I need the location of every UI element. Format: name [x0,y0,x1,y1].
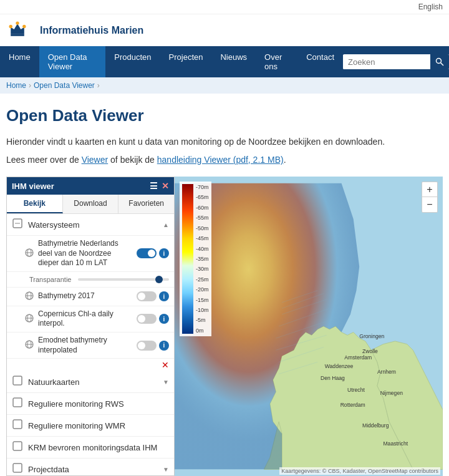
layer-text-emodnet: Emodnet bathymetry interpolated [38,336,134,355]
group-header-wmr[interactable]: Reguliere monitoring WMR [7,415,174,437]
layer-globe-icon [24,248,34,260]
group-icon-rws [12,397,23,410]
group-icon-natuurkaarten [12,375,23,389]
svg-rect-21 [13,376,22,385]
group-header-rws[interactable]: Reguliere monitoring RWS [7,393,174,415]
svg-marker-1 [11,24,24,34]
legend-label-3: -55m [196,215,209,221]
nav-open-data-viewer[interactable]: Open Data Viewer [39,46,106,77]
layer-globe-icon-4 [24,339,34,351]
language-selector[interactable]: English [418,2,443,11]
legend-label-13: -5m [196,317,209,323]
breadcrumb-sep1: › [29,81,31,90]
svg-point-4 [22,25,26,28]
close-emodnet-icon[interactable]: ✕ [162,360,169,370]
legend-label-2: -60m [196,205,209,211]
page-links: Lees meer over de Viewer of bekijk de ha… [6,153,443,167]
zoom-out-button[interactable]: − [422,197,437,212]
layer-globe-icon-3 [24,313,34,325]
layer-controls-bathymetry2017: i [137,291,169,301]
link-pre: Lees meer over de [6,155,82,165]
info-emodnet[interactable]: i [159,341,169,351]
header: Informatiehuis Marien [0,14,449,46]
legend: -70m -65m -60m -55m -50m -45m -40m -35m … [180,182,211,336]
group-header-natuurkaarten[interactable]: Natuurkaarten ▼ [7,371,174,393]
legend-label-0: -70m [196,184,209,190]
chevron-down-icon-project: ▼ [163,466,169,473]
tab-download[interactable]: Download [63,195,119,213]
breadcrumb-viewer[interactable]: Open Data Viewer [34,81,95,90]
toggle-bathymetrie[interactable] [137,248,157,258]
svg-text:Maastricht: Maastricht [383,440,408,447]
svg-text:Zwolle: Zwolle [362,348,378,354]
search-input[interactable] [343,55,430,69]
legend-label-4: -50m [196,225,209,231]
svg-text:Nijmegen: Nijmegen [380,390,403,396]
layer-item-emodnet: Emodnet bathymetry interpolated i [7,333,174,359]
transparency-slider[interactable] [78,278,169,281]
logo [6,18,29,42]
map-area[interactable]: -70m -65m -60m -55m -50m -45m -40m -35m … [175,177,443,476]
close-icon[interactable]: ✕ [162,181,169,191]
map-attribution: Kaartgegevens: © CBS, Kadaster, OpenStre… [279,467,440,475]
map-controls: + − [422,182,438,213]
toggle-emodnet[interactable] [137,341,157,351]
chevron-up-icon: ▲ [163,221,169,228]
group-header-watersysteem[interactable]: Watersysteem ▲ [7,214,174,236]
svg-text:Utrecht: Utrecht [347,387,365,393]
info-bathymetrie[interactable]: i [159,248,169,258]
minimize-icon[interactable]: ☰ [150,181,158,191]
legend-label-7: -35m [196,256,209,262]
toggle-copernicus[interactable] [137,314,157,324]
info-copernicus[interactable]: i [159,314,169,324]
search-button[interactable] [430,54,449,69]
svg-rect-22 [13,398,22,407]
search-box[interactable] [343,54,449,69]
viewer-panel: IHM viewer ☰ ✕ Bekijk Download Favoriete… [6,177,175,476]
svg-text:Middelburg: Middelburg [362,422,389,429]
link-viewer[interactable]: Viewer [82,155,109,165]
link-mid: of bekijk de [108,155,157,165]
group-header-krm[interactable]: KRM bevroren monitoringsdata IHM [7,437,174,459]
top-bar: English [0,0,449,14]
layer-controls-emodnet: i [137,341,169,351]
breadcrumb-home[interactable]: Home [6,81,26,90]
group-label-wmr: Reguliere monitoring WMR [28,421,125,430]
breadcrumb-sep2: › [97,81,100,90]
tab-bekijk[interactable]: Bekijk [7,195,63,213]
legend-row: -70m -65m -60m -55m -50m -45m -40m -35m … [182,184,209,334]
nav-projecten[interactable]: Projecten [160,46,212,77]
group-icon-projectdata [12,462,23,475]
group-header-projectdata[interactable]: Projectdata ▼ [7,459,174,475]
link-post: . [284,155,286,165]
group-icon-krm [12,440,23,454]
tab-favorieten[interactable]: Favorieten [118,195,174,213]
zoom-in-button[interactable]: + [422,182,437,197]
svg-text:Arnhem: Arnhem [377,369,396,375]
chevron-down-icon-natuur: ▼ [163,379,169,386]
legend-labels: -70m -65m -60m -55m -50m -45m -40m -35m … [196,184,209,334]
nav-nieuws[interactable]: Nieuws [211,46,256,77]
link-handleiding[interactable]: handleiding Viewer (pdf, 2.1 MB) [157,155,284,165]
svg-text:Groningen: Groningen [359,333,384,339]
nav-producten[interactable]: Producten [105,46,160,77]
info-bathymetry2017[interactable]: i [159,291,169,301]
map-svg: Amsterdam Den Haag Utrecht Rotterdam Arn… [175,177,443,476]
breadcrumb: Home › Open Data Viewer › [0,77,449,94]
svg-rect-23 [13,420,22,429]
legend-label-9: -25m [196,276,209,283]
layer-text-copernicus: Copernicus Chl-a daily interpol. [38,309,134,329]
layer-text-bathymetry2017: Bathymetry 2017 [38,291,134,301]
viewer-tabs: Bekijk Download Favorieten [7,195,174,214]
group-label-rws: Reguliere monitoring RWS [28,399,124,409]
svg-text:Rotterdam: Rotterdam [340,402,365,408]
legend-label-12: -10m [196,307,209,313]
org-name: Informatiehuis Marien [40,25,143,36]
layer-controls-copernicus: i [137,314,169,324]
nav-contact[interactable]: Contact [297,46,343,77]
nav-over-ons[interactable]: Over ons [256,46,297,77]
nav-home[interactable]: Home [0,46,39,77]
navbar: Home Open Data Viewer Producten Projecte… [0,46,449,77]
toggle-bathymetry2017[interactable] [137,291,157,301]
page-description: Hieronder vindt u kaarten en kunt u data… [6,135,443,148]
